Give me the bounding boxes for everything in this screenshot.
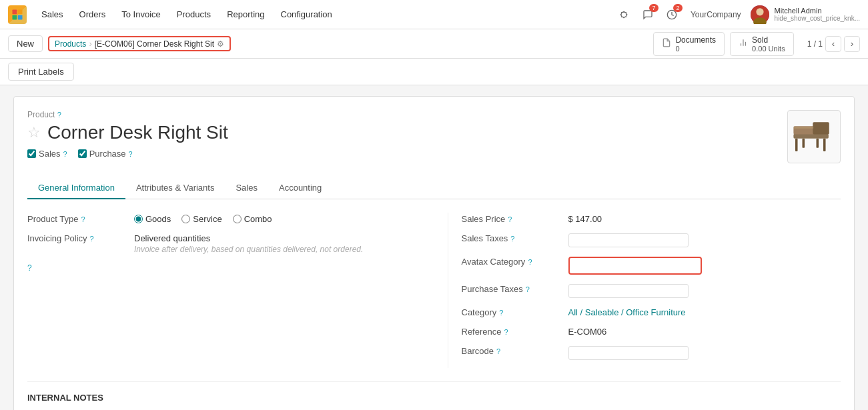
purchase-checkbox-label[interactable]: Purchase ? (78, 149, 133, 159)
documents-button[interactable]: Documents 0 (653, 32, 725, 56)
breadcrumb: Products › [E-COM06] Corner Desk Right S… (48, 36, 231, 51)
nav-sales[interactable]: Sales (35, 5, 70, 23)
radio-combo[interactable]: Combo (233, 214, 272, 224)
purchase-taxes-value[interactable] (568, 283, 841, 298)
question-label: ? (27, 262, 134, 273)
breadcrumb-current: [E-COM06] Corner Desk Right Sit (95, 39, 214, 49)
svg-rect-13 (795, 139, 798, 151)
sales-label: Sales (39, 149, 61, 159)
product-label: Product ? (27, 110, 787, 119)
tab-sales[interactable]: Sales (225, 177, 268, 199)
sales-checkbox[interactable] (27, 149, 36, 158)
topnav-right: 7 2 YourCompany Mitchell Admin hide_show… (614, 5, 860, 24)
breadcrumb-parent[interactable]: Products (55, 39, 86, 49)
category-label: Category ? (462, 306, 568, 317)
combo-label: Combo (244, 214, 272, 224)
reference-label: Reference ? (462, 325, 568, 337)
action-bar: Print Labels (0, 59, 868, 85)
prev-page-button[interactable]: ‹ (825, 36, 841, 52)
purchase-checkbox[interactable] (78, 149, 87, 158)
sales-price-row: Sales Price ? $ 147.00 (462, 213, 841, 224)
app-logo[interactable] (8, 5, 27, 24)
svg-rect-2 (13, 15, 17, 19)
question-row: ? (27, 262, 408, 273)
barcode-input[interactable] (568, 346, 689, 360)
purchase-help-icon[interactable]: ? (129, 150, 133, 158)
svg-rect-3 (18, 15, 23, 19)
purchase-label: Purchase (89, 149, 126, 159)
nav-reporting[interactable]: Reporting (220, 5, 271, 23)
barcode-value[interactable] (568, 345, 841, 360)
invoicing-policy-text: Delivered quantities (134, 233, 408, 243)
pagination-text: 1 / 1 (807, 39, 823, 49)
invoicing-policy-help-icon[interactable]: ? (90, 235, 94, 243)
svg-rect-12 (793, 134, 829, 139)
messages-icon-btn[interactable]: 7 (638, 5, 657, 24)
tab-general-information[interactable]: General Information (27, 177, 125, 199)
new-button[interactable]: New (8, 35, 43, 52)
product-type-help-icon[interactable]: ? (81, 215, 85, 223)
tab-attributes-variants[interactable]: Attributes & Variants (125, 177, 226, 199)
tabs: General Information Attributes & Variant… (27, 177, 841, 199)
print-labels-button[interactable]: Print Labels (8, 63, 74, 81)
sales-checkbox-label[interactable]: Sales ? (27, 149, 67, 159)
svg-rect-0 (13, 9, 17, 14)
question-value (134, 262, 408, 263)
svg-rect-1 (18, 9, 23, 14)
nav-configuration[interactable]: Configuration (274, 5, 339, 23)
sales-price-help-icon[interactable]: ? (508, 215, 512, 223)
avatax-category-help-icon[interactable]: ? (528, 258, 532, 266)
product-header: Product ? ☆ Corner Desk Right Sit Sales … (27, 110, 841, 169)
sales-taxes-value[interactable] (568, 232, 841, 247)
svg-rect-19 (794, 127, 813, 129)
reference-value: E-COM06 (568, 325, 841, 337)
nav-orders[interactable]: Orders (73, 5, 113, 23)
favorite-star-icon[interactable]: ☆ (27, 124, 41, 141)
invoicing-policy-value: Delivered quantities Invoice after deliv… (134, 232, 408, 254)
documents-count: 0 (675, 45, 716, 53)
documents-label: Documents (675, 35, 716, 45)
product-header-left: Product ? ☆ Corner Desk Right Sit Sales … (27, 110, 787, 169)
product-type-radio-group: Goods Service Combo (134, 214, 408, 224)
top-navigation: Sales Orders To Invoice Products Reporti… (0, 0, 868, 29)
sales-taxes-label: Sales Taxes ? (462, 232, 568, 243)
barcode-help-icon[interactable]: ? (496, 347, 500, 355)
radio-goods[interactable]: Goods (134, 214, 171, 224)
purchase-taxes-input[interactable] (568, 284, 689, 298)
user-info: Mitchell Admin hide_show_cost_price_knk.… (775, 7, 860, 22)
radio-service-input[interactable] (181, 215, 190, 223)
nav-products[interactable]: Products (170, 5, 218, 23)
nav-to-invoice[interactable]: To Invoice (115, 5, 167, 23)
main-content: Product ? ☆ Corner Desk Right Sit Sales … (0, 85, 868, 410)
product-title: Corner Desk Right Sit (47, 122, 228, 143)
product-type-value: Goods Service Combo (134, 213, 408, 224)
sold-button[interactable]: Sold 0.00 Units (730, 32, 794, 56)
radio-service[interactable]: Service (181, 214, 222, 224)
sales-taxes-row: Sales Taxes ? (462, 232, 841, 247)
gear-icon[interactable]: ⚙ (217, 39, 224, 49)
purchase-taxes-help-icon[interactable]: ? (526, 285, 530, 293)
messages-badge: 7 (649, 4, 659, 12)
sold-label: Sold (752, 35, 785, 45)
sales-taxes-help-icon[interactable]: ? (510, 235, 514, 243)
avatax-category-label: Avatax Category ? (462, 255, 568, 267)
product-card: Product ? ☆ Corner Desk Right Sit Sales … (13, 96, 855, 410)
reference-help-icon[interactable]: ? (504, 328, 508, 336)
question-mark-icon[interactable]: ? (27, 263, 32, 273)
radio-combo-input[interactable] (233, 215, 242, 223)
sales-price-label: Sales Price ? (462, 213, 568, 224)
internal-notes-section: INTERNAL NOTES (27, 381, 841, 403)
product-help-icon[interactable]: ? (57, 111, 61, 119)
category-help-icon[interactable]: ? (499, 309, 503, 317)
sales-help-icon[interactable]: ? (63, 150, 67, 158)
svg-point-7 (756, 8, 763, 15)
category-value[interactable]: All / Saleable / Office Furniture (568, 306, 841, 317)
activity-icon-btn[interactable]: 2 (663, 5, 681, 24)
sales-taxes-input[interactable] (568, 233, 689, 247)
tab-accounting[interactable]: Accounting (268, 177, 332, 199)
bug-icon-btn[interactable] (614, 5, 633, 24)
next-page-button[interactable]: › (844, 36, 860, 52)
radio-goods-input[interactable] (134, 215, 143, 223)
avatax-category-value (568, 255, 841, 275)
avatax-category-input[interactable] (568, 257, 702, 275)
